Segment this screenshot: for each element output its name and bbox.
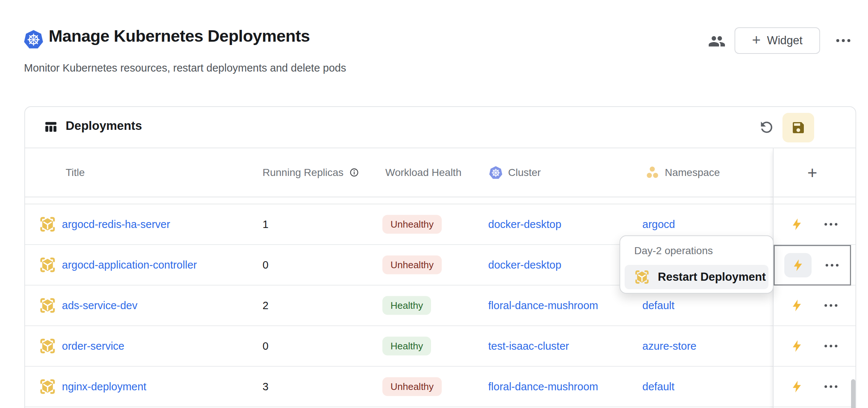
deployment-title-link[interactable]: argocd-redis-ha-server: [62, 218, 170, 231]
deployment-title-link[interactable]: ads-service-dev: [62, 300, 138, 312]
namespace-link[interactable]: default: [642, 381, 674, 393]
undo-icon: [758, 119, 775, 136]
column-header-title[interactable]: Title: [66, 167, 85, 179]
day2-operations-button[interactable]: [783, 334, 810, 358]
scrolled-row-sliver: [25, 197, 855, 204]
ellipsis-icon: [836, 39, 850, 42]
users-icon[interactable]: [707, 32, 726, 50]
workload-health-badge: Healthy: [382, 337, 431, 356]
lightning-icon: [791, 258, 805, 273]
deployment-cube-icon: [39, 378, 56, 395]
page-subtitle: Monitor Kubernetes resources, restart de…: [24, 62, 346, 74]
ellipsis-icon: [824, 223, 837, 226]
row-actions-cell: [774, 286, 851, 326]
ellipsis-icon: [824, 304, 837, 307]
namespace-link[interactable]: argocd: [642, 218, 675, 231]
table-body: argocd-redis-ha-server 1 Unhealthy docke…: [25, 197, 855, 407]
lightning-icon: [790, 298, 803, 313]
save-icon: [791, 120, 806, 135]
lightning-icon: [790, 339, 803, 353]
namespace-link[interactable]: default: [642, 300, 674, 312]
workload-health-badge: Unhealthy: [382, 377, 442, 396]
table-header-row: Title Running Replicas Workload Health C…: [25, 148, 855, 197]
row-more-menu-button[interactable]: [823, 262, 841, 269]
widget-title: Deployments: [66, 119, 142, 133]
vertical-scrollbar-thumb[interactable]: [851, 379, 855, 408]
row-more-menu-button[interactable]: [822, 302, 840, 309]
restart-deployment-label: Restart Deployment: [658, 270, 766, 284]
plus-icon: +: [752, 32, 761, 47]
table-row: nginx-deployment 3 Unhealthy floral-danc…: [25, 367, 855, 407]
running-replicas-value: 2: [263, 300, 268, 312]
day2-operations-button[interactable]: [783, 374, 810, 399]
namespace-link[interactable]: azure-store: [642, 340, 697, 352]
ellipsis-icon: [824, 345, 837, 348]
save-button[interactable]: [782, 113, 814, 142]
deployment-title-link[interactable]: argocd-application-controller: [62, 259, 197, 271]
deployment-title-link[interactable]: nginx-deployment: [62, 381, 146, 393]
row-actions-cell: [774, 204, 851, 245]
restart-deployment-menu-item[interactable]: Restart Deployment: [625, 265, 768, 289]
kubernetes-icon: [489, 166, 503, 179]
popup-header: Day-2 operations: [634, 245, 713, 257]
kubernetes-logo-icon: [24, 30, 44, 49]
workload-health-badge: Unhealthy: [382, 256, 442, 274]
deployment-cube-icon: [39, 297, 56, 314]
widget-header: Deployments: [25, 107, 855, 148]
ellipsis-icon: [824, 385, 837, 388]
lightning-icon: [790, 379, 803, 394]
table-columns-icon: [44, 120, 58, 134]
actions-column: +: [773, 148, 851, 408]
column-header-running-replicas[interactable]: Running Replicas: [263, 167, 359, 179]
day2-operations-button[interactable]: [783, 293, 810, 318]
workload-health-badge: Unhealthy: [382, 215, 442, 234]
row-more-menu-button[interactable]: [822, 343, 840, 350]
lightning-icon: [790, 217, 803, 232]
deployment-title-link[interactable]: order-service: [62, 340, 124, 352]
page-title: Manage Kubernetes Deployments: [49, 27, 310, 46]
add-column-button[interactable]: +: [805, 164, 820, 181]
deployment-cube-icon: [39, 216, 56, 233]
add-widget-label: Widget: [767, 34, 802, 47]
page-more-menu-icon[interactable]: [834, 37, 853, 44]
cluster-link[interactable]: floral-dance-mushroom: [488, 300, 598, 312]
row-actions-cell-focused: [774, 245, 851, 286]
people-icon: [707, 32, 726, 50]
row-actions-cell: [774, 367, 851, 407]
cluster-link[interactable]: test-isaac-cluster: [488, 340, 569, 352]
running-replicas-value: 1: [263, 218, 268, 231]
deployment-cube-icon: [39, 338, 56, 355]
row-more-menu-button[interactable]: [822, 383, 840, 390]
running-replicas-value: 3: [263, 381, 268, 393]
undo-button[interactable]: [758, 119, 775, 136]
day2-operations-button[interactable]: [783, 212, 810, 236]
scrolled-row-sliver: [774, 197, 851, 204]
workload-health-badge: Healthy: [382, 296, 431, 315]
column-header-cluster[interactable]: Cluster: [489, 166, 541, 179]
day2-operations-button[interactable]: [784, 253, 812, 277]
cluster-link[interactable]: floral-dance-mushroom: [488, 381, 598, 393]
day2-operations-popup: Day-2 operations Restart Deployment: [619, 235, 774, 294]
row-more-menu-button[interactable]: [822, 221, 840, 228]
namespace-icon: [646, 166, 659, 179]
kubernetes-deployments-page: Manage Kubernetes Deployments Monitor Ku…: [0, 0, 868, 408]
table-row: order-service 0 Healthy test-isaac-clust…: [25, 326, 855, 367]
actions-column-header: +: [774, 148, 851, 197]
deployment-cube-icon: [39, 256, 56, 273]
add-widget-button[interactable]: + Widget: [735, 27, 820, 54]
info-icon[interactable]: [350, 168, 359, 177]
row-actions-cell: [774, 326, 851, 367]
running-replicas-value: 0: [263, 340, 268, 352]
column-header-workload-health[interactable]: Workload Health: [385, 167, 461, 179]
deployment-cube-icon: [634, 269, 650, 285]
ellipsis-icon: [826, 264, 839, 267]
cluster-link[interactable]: docker-desktop: [488, 259, 561, 271]
column-header-namespace[interactable]: Namespace: [646, 166, 720, 179]
running-replicas-value: 0: [263, 259, 268, 271]
cluster-link[interactable]: docker-desktop: [488, 218, 561, 231]
